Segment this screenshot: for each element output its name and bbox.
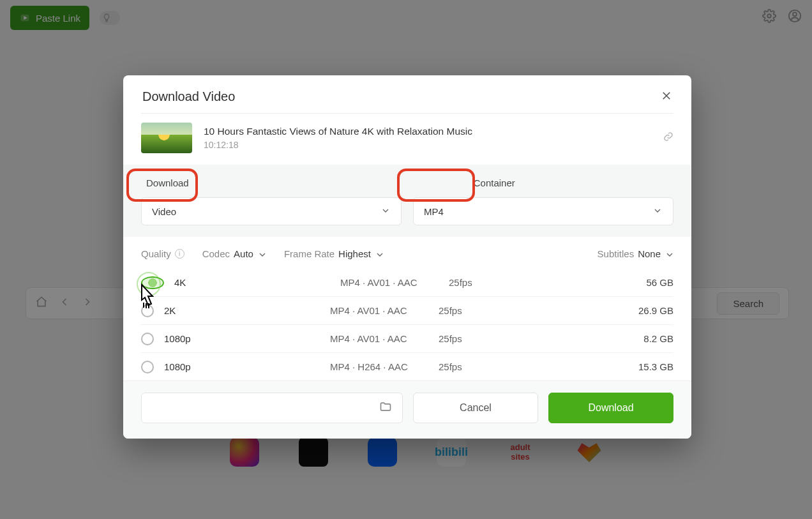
quality-fps: 25fps (439, 305, 541, 316)
quality-filter[interactable]: Quality i (141, 248, 184, 259)
quality-row[interactable]: 1080pMP4 · AV01 · AAC25fps8.2 GB (141, 324, 673, 352)
download-type-select[interactable]: Video (141, 197, 402, 225)
modal-footer: Cancel Download (123, 380, 691, 439)
container-select[interactable]: MP4 (413, 197, 673, 225)
modal-title: Download Video (142, 89, 235, 104)
quality-name: 1080p (164, 361, 330, 372)
filter-row: Quality i Codec Auto Frame Rate Highest … (123, 237, 691, 266)
chevron-down-icon (257, 250, 266, 259)
quality-fps: 25fps (439, 361, 541, 372)
info-icon: i (175, 249, 184, 259)
video-info-row: 10 Hours Fantastic Views of Nature 4K wi… (123, 114, 691, 165)
radio-icon (141, 305, 154, 317)
quality-size: 26.9 GB (638, 305, 673, 316)
radio-icon (141, 333, 154, 345)
quality-list: 4KMP4 · AV01 · AAC25fps56 GB2KMP4 · AV01… (123, 266, 691, 380)
subtitles-filter[interactable]: Subtitles None (598, 248, 673, 259)
quality-name: 2K (164, 305, 330, 316)
quality-name: 1080p (164, 333, 330, 344)
quality-fps: 25fps (449, 277, 551, 288)
output-folder-field[interactable] (141, 393, 403, 423)
source-link-icon[interactable] (663, 132, 673, 144)
radio-icon (141, 276, 164, 289)
download-type-label: Download (141, 175, 194, 191)
video-thumbnail (141, 123, 192, 153)
app-background: Paste Link Search bilibili adultsites (0, 0, 812, 519)
folder-icon (379, 400, 392, 416)
quality-codec: MP4 · AV01 · AAC (330, 333, 439, 344)
container-label: Container (469, 175, 520, 191)
quality-codec: MP4 · AV01 · AAC (340, 277, 449, 288)
radio-icon (141, 361, 154, 373)
quality-size: 8.2 GB (643, 333, 673, 344)
quality-row[interactable]: 1080pMP4 · H264 · AAC25fps15.3 GB (141, 352, 673, 380)
quality-size: 56 GB (646, 277, 673, 288)
cancel-button[interactable]: Cancel (413, 393, 538, 423)
video-title: 10 Hours Fantastic Views of Nature 4K wi… (204, 126, 472, 137)
quality-size: 15.3 GB (638, 361, 673, 372)
quality-name: 4K (174, 277, 340, 288)
quality-row[interactable]: 2KMP4 · AV01 · AAC25fps26.9 GB (141, 296, 673, 324)
quality-codec: MP4 · H264 · AAC (330, 361, 439, 372)
quality-codec: MP4 · AV01 · AAC (330, 305, 439, 316)
download-video-modal: Download Video 10 Hours Fantastic Views … (123, 75, 691, 439)
framerate-filter[interactable]: Frame Rate Highest (284, 248, 384, 259)
download-button[interactable]: Download (548, 393, 673, 423)
codec-filter[interactable]: Codec Auto (202, 248, 266, 259)
quality-fps: 25fps (439, 333, 541, 344)
quality-row[interactable]: 4KMP4 · AV01 · AAC25fps56 GB (141, 268, 673, 296)
video-duration: 10:12:18 (204, 140, 472, 150)
close-button[interactable] (661, 90, 672, 104)
chevron-down-icon (380, 206, 391, 218)
chevron-down-icon (652, 206, 663, 218)
chevron-down-icon (375, 250, 384, 259)
chevron-down-icon (665, 250, 673, 259)
